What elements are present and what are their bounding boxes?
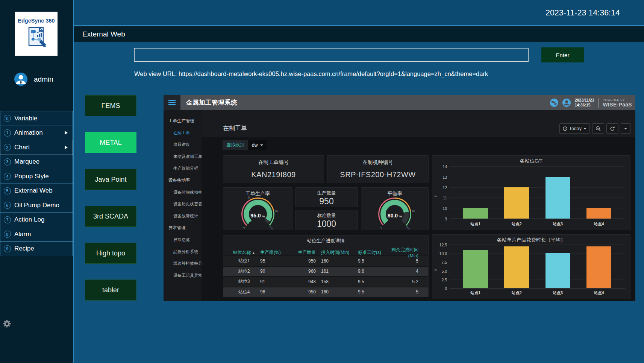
dash-nav-未结及逾期工单[interactable]: 未结及逾期工单 <box>164 151 202 163</box>
sidebar-item-oil-pump-demo[interactable]: 6Oil Pump Demo <box>0 198 73 213</box>
url-input[interactable] <box>134 48 529 62</box>
shortcut-button-fems[interactable]: FEMS <box>85 95 136 116</box>
gauge-tick-label: 80 <box>412 210 415 213</box>
table-row: 站位2909601619.64 <box>223 266 428 276</box>
menu-number-badge: 6 <box>4 202 11 209</box>
logo-title: EdgeSync 360 <box>18 18 55 24</box>
gauge-tick-label: 50 <box>393 194 396 196</box>
sidebar-item-marquee[interactable]: 3Marquee <box>0 155 73 170</box>
hamburger-menu-icon[interactable] <box>164 95 180 110</box>
embedded-dashboard: 金属加工管理系统 2023/11/23 14:36:15 POWERED BY … <box>164 95 635 301</box>
page-title: External Web <box>82 26 125 42</box>
table-cell: 5 <box>390 289 424 295</box>
y-tick-label: 5.0 <box>441 269 447 273</box>
filter-dropdown[interactable]: dw <box>249 140 267 150</box>
table-col-header[interactable]: 生产数量 <box>289 249 321 256</box>
dash-nav-品质分析系统[interactable]: 品质分析系统 <box>164 246 202 258</box>
flowchart-logo-icon <box>25 26 48 49</box>
gauge-tick-label: 80 <box>275 210 278 213</box>
dash-nav-生产效能分析[interactable]: 生产效能分析 <box>164 163 202 175</box>
refresh-icon <box>610 126 615 131</box>
dash-nav-异常总览[interactable]: 异常总览 <box>164 234 202 246</box>
table-col-header[interactable]: 投入时间(Min) <box>321 249 358 256</box>
refresh-button[interactable] <box>606 123 618 134</box>
chart-title: 各站位C/T <box>432 158 630 164</box>
line-filter: 虚拟线别 dw <box>223 140 267 150</box>
sidebar-item-popup-style[interactable]: 4Popup Style <box>0 169 73 184</box>
shortcut-button-tabler[interactable]: tabler <box>85 279 136 301</box>
dash-nav-设备工治具异常分析[interactable]: 设备工治具异常分析 <box>164 270 202 282</box>
sidebar-item-alarm[interactable]: 8Alarm <box>0 227 73 242</box>
sidebar-item-chart[interactable]: 2Chart <box>0 140 73 155</box>
submenu-arrow-icon <box>65 146 68 149</box>
user-row: admin <box>14 73 53 86</box>
sidebar-item-external-web[interactable]: 5External Web <box>0 184 73 199</box>
table-cell: 9.6 <box>358 269 390 274</box>
table-cell: 90 <box>260 269 289 274</box>
card-value: SRP-IFS200-H72WW <box>327 170 428 179</box>
table-cell: 9.5 <box>358 289 390 295</box>
bar-站点3 <box>546 253 570 288</box>
dashboard-datetime: 2023/11/23 14:36:15 <box>575 98 594 108</box>
shortcut-button-high-topo[interactable]: High topo <box>85 243 136 264</box>
dashboard-title: 金属加工管理系统 <box>186 99 237 107</box>
stat-value: 950 <box>295 196 358 207</box>
table-cell: 96 <box>260 289 289 295</box>
dashboard-nav: 工单生产管理在制工单当日进度未结及逾期工单生产效能分析设备稼动率设备时间稼动率分… <box>164 110 202 301</box>
menu-item-label: Animation <box>14 129 43 137</box>
user-account-icon[interactable] <box>562 99 571 107</box>
menu-item-label: Chart <box>14 144 30 151</box>
table-cell: 95 <box>260 258 289 264</box>
webview-url-text: Web view URL: https://dashboard-metalwor… <box>134 70 488 77</box>
shortcut-button-metal[interactable]: METAL <box>85 132 136 153</box>
app-logo: EdgeSync 360 <box>15 12 58 56</box>
dashboard-page-title: 在制工单 <box>223 125 247 132</box>
globe-icon[interactable] <box>550 99 558 107</box>
table-cell: 9.5 <box>358 258 390 264</box>
table-col-header[interactable]: 站位名称▲ <box>228 249 260 256</box>
y-tick-label: 11 <box>443 196 447 200</box>
dash-nav-设备时间稼动率分析[interactable]: 设备时间稼动率分析 <box>164 187 202 199</box>
chart-x-labels: 站点1站点2站点3站点4 <box>450 290 625 296</box>
menu-item-label: External Web <box>14 187 53 194</box>
y-tick-label: 10.0 <box>439 251 447 256</box>
dash-nav-线边补料效率分析[interactable]: 线边补料效率分析 <box>164 258 202 270</box>
table-cell: 4 <box>390 269 424 274</box>
dash-nav-设备故障统计[interactable]: 设备故障统计 <box>164 210 202 222</box>
table-cell: 161 <box>321 269 358 274</box>
dash-nav-在制工单[interactable]: 在制工单 <box>164 127 202 139</box>
y-tick-label: 0 <box>445 286 447 291</box>
table-col-header[interactable]: 剩余完成时间(Min) <box>390 247 424 258</box>
gauge-title: 工单生产率 <box>223 190 292 197</box>
time-range-button[interactable]: Today <box>559 123 590 134</box>
dash-nav-设备历史状态管理[interactable]: 设备历史状态管理 <box>164 198 202 210</box>
table-cell: 站位1 <box>228 258 260 264</box>
sidebar-menu: 0Variable1Animation2Chart3Marquee4Popup … <box>0 111 73 256</box>
production-rate-gauge: 工单生产率 95.0 % 04080100 <box>223 187 292 230</box>
enter-button[interactable]: Enter <box>541 47 584 62</box>
sidebar-item-animation[interactable]: 1Animation <box>0 126 73 141</box>
menu-number-badge: 5 <box>4 187 11 194</box>
dashboard-content: 在制工单 Today <box>202 110 635 301</box>
y-tick-label: 12.5 <box>439 243 447 247</box>
refresh-interval-button[interactable] <box>621 123 630 134</box>
table-cell: 960 <box>289 269 321 274</box>
zoom-out-button[interactable] <box>592 123 604 134</box>
bar-站点1 <box>463 208 488 219</box>
menu-number-badge: 4 <box>4 173 11 180</box>
wise-paas-brand: WISE-PaaS <box>603 102 632 108</box>
dashboard-header-right: 2023/11/23 14:36:15 POWERED BY WISE-PaaS <box>550 98 635 108</box>
sidebar-item-recipe[interactable]: 9Recipe <box>0 241 73 257</box>
table-col-header[interactable]: 生产率(%) <box>260 249 289 256</box>
dash-nav-当日进度[interactable]: 当日进度 <box>164 139 202 151</box>
top-header-band: 2023-11-23 14:36:14 <box>74 0 644 25</box>
menu-number-badge: 0 <box>4 115 11 122</box>
sidebar-item-variable[interactable]: 0Variable <box>0 111 73 126</box>
table-cell: 160 <box>321 289 358 295</box>
shortcut-button-3rd-scada[interactable]: 3rd SCADA <box>85 206 136 227</box>
table-col-header[interactable]: 标准工时(s) <box>358 249 390 256</box>
sidebar-item-action-log[interactable]: 7Action Log <box>0 213 73 228</box>
settings-gear-icon[interactable] <box>3 320 11 328</box>
bar-站点3 <box>546 177 570 219</box>
shortcut-button-java-point[interactable]: Java Point <box>85 169 136 190</box>
